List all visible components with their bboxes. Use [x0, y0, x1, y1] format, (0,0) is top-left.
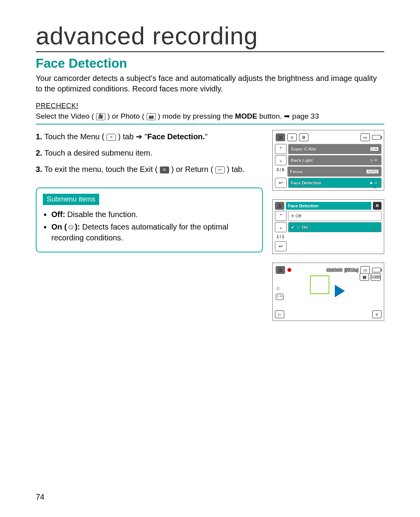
precheck-suffix: button. [259, 112, 284, 120]
menu-button[interactable]: ≡ [372, 310, 382, 318]
precheck-mid1: ) or Photo ( [107, 112, 144, 120]
menu-label: Back Light [291, 158, 313, 163]
menu-label: Face Detection [291, 181, 321, 185]
cnite-status-icon: C.N [276, 294, 284, 300]
menu-value-tag: AUTO [366, 169, 379, 174]
step-2: 2. Touch a desired submenu item. [36, 146, 268, 159]
record-indicator-icon [287, 268, 291, 272]
off-icon: ✳ [291, 214, 296, 218]
rec-time: 00:00:00 [327, 268, 342, 272]
check-icon: ✔ [291, 225, 294, 230]
scroll-down-button[interactable]: ⌄ [275, 155, 287, 165]
screen-menu-list: 🎥 ≡ ⚙ ▭ ⌃ Super C.Nite C.N ⌄ [272, 130, 384, 191]
video-icon: 🎥 [276, 133, 285, 141]
video-icon: 🎥 [275, 202, 284, 210]
option-label: Off [296, 214, 301, 218]
scroll-down-button[interactable]: ⌄ [275, 222, 287, 232]
off-label: Off: [51, 210, 65, 219]
menu-item-super-cnite[interactable]: Super C.Nite C.N [288, 144, 382, 154]
photo-mode-icon: 📷 [147, 113, 156, 120]
quality-icon: ▦ [360, 273, 369, 281]
return-button[interactable]: ↩ [275, 178, 287, 188]
option-label: On [302, 225, 308, 230]
screen-recording-preview: 🎥 00:00:00 [55Min] ▭ ▦ 1080 ☺ C.N [272, 263, 384, 321]
step-number: 1. [36, 132, 42, 141]
rec-status-icons: ☺ C.N [276, 285, 284, 300]
menu-tab-icon[interactable]: ≡ [287, 133, 297, 141]
menu-item-focus[interactable]: Focus AUTO [287, 166, 382, 177]
arrow-icon: ➔ [136, 132, 142, 141]
card-icon: ▭ [360, 133, 370, 141]
face-detect-status-icon: ☺ [276, 285, 284, 292]
page-ref: page 33 [292, 112, 319, 120]
card-icon: ▭ [360, 266, 370, 274]
menu-item-face-detection[interactable]: Face Detection ▶ ☺ [288, 178, 382, 188]
step-number: 3. [36, 165, 42, 174]
submenu-box: Submenu items Off: Disable the function.… [36, 188, 263, 252]
menu-label: Super C.Nite [291, 147, 317, 151]
screen1-topbar: 🎥 ≡ ⚙ ▭ [275, 133, 382, 143]
face-icon: ☺ [296, 225, 302, 230]
step-text: Touch the Menu ( [44, 132, 105, 141]
step-1: 1. Touch the Menu ( ≡ ) tab ➔ "Face Dete… [36, 130, 268, 143]
menu-value-tag: C.N [370, 147, 379, 151]
scroll-up-button[interactable]: ⌃ [275, 144, 287, 154]
submenu-heading: Submenu items [43, 194, 99, 205]
playback-button[interactable]: ▷ [275, 310, 284, 318]
page-indicator: 3 / 6 [275, 166, 286, 177]
video-mode-icon: 🎥 [96, 113, 105, 120]
option-off[interactable]: ✳ Off [288, 211, 382, 221]
menu-target: Face Detection. [147, 132, 205, 141]
submenu-list: Off: Disable the function. On (☺): Detec… [43, 209, 256, 243]
scroll-up-button[interactable]: ⌃ [275, 211, 287, 221]
precheck-prefix: Select the Video ( [36, 112, 94, 120]
precheck-label: PRECHECK! [36, 102, 384, 110]
step-text: To exit the menu, touch the Exit ( [44, 165, 158, 174]
battery-icon [372, 135, 381, 140]
arrow-icon: ➥ [284, 112, 290, 120]
precheck-mid2: ) mode by pressing the [158, 112, 235, 120]
mode-word: MODE [235, 112, 257, 120]
menu-label: Focus [290, 169, 303, 174]
off-text: Disable the function. [65, 210, 138, 219]
quote: " [145, 132, 147, 141]
settings-tab-icon[interactable]: ⚙ [299, 133, 308, 141]
face-detection-frame [310, 275, 329, 294]
screen-face-detection-submenu: 🎥 Face Detection ✕ ⌃ ✳ Off ⌄ ✔ ☺ On [272, 199, 384, 254]
step-number: 2. [36, 149, 42, 157]
page-number: 74 [36, 492, 44, 501]
steps-list: 1. Touch the Menu ( ≡ ) tab ➔ "Face Dete… [36, 130, 268, 176]
option-on[interactable]: ✔ ☺ On [288, 222, 382, 232]
chapter-title: advanced recording [36, 22, 384, 52]
step-text: ) or Return ( [171, 165, 213, 174]
submenu-on: On (☺): Detects faces automatically for … [51, 221, 256, 243]
resolution-badge: 1080 [371, 273, 381, 281]
return-icon: ↩ [215, 166, 225, 174]
play-overlay-icon [335, 285, 345, 297]
menu-item-back-light[interactable]: Back Light ▷ ✳ [288, 155, 382, 165]
body-row: 1. Touch the Menu ( ≡ ) tab ➔ "Face Dete… [36, 130, 384, 329]
step-3: 3. To exit the menu, touch the Exit ( ✕ … [36, 163, 268, 176]
close-button[interactable]: ✕ [373, 202, 382, 210]
on-label: On ( [51, 223, 67, 231]
return-button[interactable]: ↩ [275, 241, 287, 251]
backlight-icon: ▷ ✳ [369, 158, 379, 162]
video-icon: 🎥 [276, 266, 285, 274]
manual-page: advanced recording Face Detection Your c… [0, 0, 420, 517]
step-text: ) tab [118, 132, 136, 141]
menu-icon: ≡ [107, 134, 116, 141]
rec-info-right: ▦ 1080 [360, 273, 381, 281]
precheck-line: Select the Video ( 🎥 ) or Photo ( 📷 ) mo… [36, 110, 384, 124]
submenu-title-bar: Face Detection [286, 202, 371, 210]
page-indicator: 1 / 1 [275, 233, 286, 240]
section-title: Face Detection [36, 56, 384, 71]
step-text: ) tab. [227, 165, 245, 174]
face-detect-icon: ☺ [67, 223, 75, 231]
rec-remain: [55Min] [345, 268, 358, 272]
battery-icon [372, 268, 381, 272]
submenu-off: Off: Disable the function. [51, 209, 256, 220]
submenu-title: Face Detection [288, 203, 318, 208]
screens-column: 🎥 ≡ ⚙ ▭ ⌃ Super C.Nite C.N ⌄ [272, 130, 384, 329]
on-label2: ): [75, 223, 80, 231]
step-text: Touch a desired submenu item. [44, 149, 152, 157]
